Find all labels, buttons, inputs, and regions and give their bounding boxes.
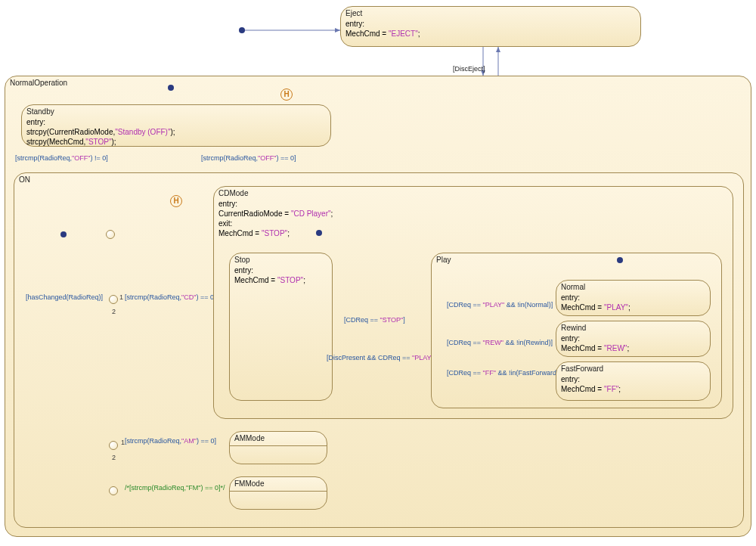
- state-title: Standby: [22, 105, 330, 117]
- state-title: FMMode: [230, 477, 327, 489]
- history-icon-on: H: [170, 195, 182, 207]
- state-fmmode[interactable]: FMMode: [229, 476, 327, 510]
- state-title: ON: [14, 173, 743, 185]
- priority-num: 2: [112, 454, 116, 461]
- state-title: AMMode: [230, 432, 327, 444]
- state-body: entry: strcpy(CurrentRadioMode,"Standby …: [22, 117, 330, 151]
- label-play-ff: [CDReq == "FF" && !in(FastForward)]: [447, 369, 560, 377]
- state-body: entry: MechCmd = "STOP";: [230, 265, 332, 290]
- history-icon: H: [280, 88, 293, 101]
- state-eject[interactable]: Eject entry: MechCmd = "EJECT";: [340, 6, 641, 47]
- state-title: NormalOperation: [5, 76, 751, 88]
- state-fastforward[interactable]: FastForward entry: MechCmd = "FF";: [556, 361, 711, 401]
- state-body: entry: MechCmd = "PLAY";: [556, 293, 710, 317]
- state-body: entry: MechCmd = "REW";: [556, 333, 710, 358]
- label-play-normal: [CDReq == "PLAY" && !in(Normal)]: [447, 301, 553, 309]
- state-stop[interactable]: Stop entry: MechCmd = "STOP";: [229, 253, 333, 401]
- label-fm-eq: /*[strcmp(RadioReq,"FM") == 0]*/: [125, 484, 225, 492]
- label-play-rewind: [CDReq == "REW" && !in(Rewind)]: [447, 339, 553, 346]
- state-normal[interactable]: Normal entry: MechCmd = "PLAY";: [556, 280, 711, 316]
- state-title: FastForward: [556, 362, 710, 374]
- label-disceject: [DiscEject]: [453, 65, 485, 73]
- state-title: CDMode: [214, 187, 733, 199]
- initial-dot-play: [617, 257, 623, 263]
- state-title: Eject: [341, 7, 640, 19]
- junction-2: [109, 295, 118, 304]
- junction-1: [106, 230, 115, 239]
- initial-dot-top: [239, 27, 245, 33]
- state-ammode[interactable]: AMMode: [229, 431, 327, 464]
- junction-4: [109, 486, 118, 495]
- label-am-eq: [strcmp(RadioReq,"AM") == 0]: [125, 437, 216, 445]
- state-rewind[interactable]: Rewind entry: MechCmd = "REW";: [556, 321, 711, 357]
- state-body: entry: MechCmd = "FF";: [556, 374, 710, 399]
- state-body: entry: CurrentRadioMode = "CD Player"; e…: [214, 199, 733, 243]
- priority-num: 1: [119, 293, 123, 301]
- state-title: Stop: [230, 253, 332, 265]
- initial-dot-cdmode: [316, 230, 322, 236]
- initial-dot-on: [60, 231, 67, 237]
- state-title: Play: [432, 253, 721, 265]
- state-standby[interactable]: Standby entry: strcpy(CurrentRadioMode,"…: [21, 104, 331, 147]
- label-haschanged: [hasChanged(RadioReq)]: [26, 293, 103, 301]
- label-cd-eq: [strcmp(RadioReq,"CD") == 0]: [125, 293, 215, 301]
- initial-dot-normalop: [168, 85, 174, 91]
- state-body: entry: MechCmd = "EJECT";: [341, 19, 640, 43]
- label-stop-req: [CDReq == "STOP"]: [344, 316, 405, 324]
- junction-3: [109, 441, 118, 450]
- label-play-req: [DiscPresent && CDReq == "PLAY"]: [327, 354, 435, 361]
- state-title: Rewind: [556, 321, 710, 333]
- label-off-eq: [strcmp(RadioReq,"OFF") == 0]: [201, 154, 296, 162]
- state-title: Normal: [556, 281, 710, 293]
- priority-num: 2: [112, 308, 116, 315]
- label-off-ne: [strcmp(RadioReq,"OFF") != 0]: [15, 154, 108, 162]
